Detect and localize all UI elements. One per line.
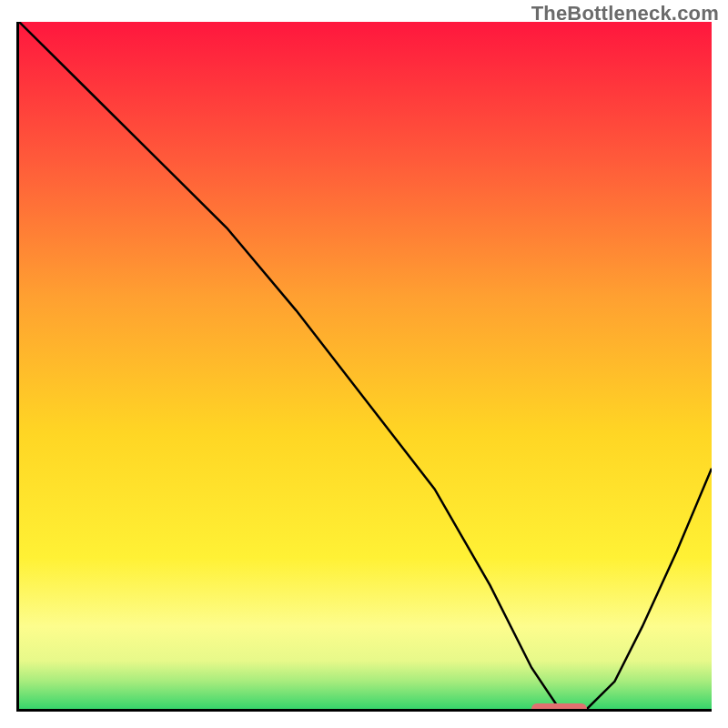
chart-container: TheBottleneck.com [0,0,728,728]
bottleneck-curve [19,22,712,709]
optimal-range-marker [531,703,587,712]
plot-area [16,22,712,712]
watermark-label: TheBottleneck.com [531,2,719,25]
